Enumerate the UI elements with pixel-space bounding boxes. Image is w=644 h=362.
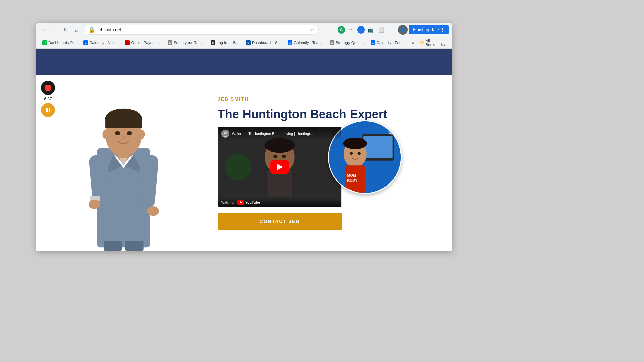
bookmark-star-icon[interactable]: ☆ [310,27,314,33]
favicon-bench: B [211,40,215,45]
pause-record-button[interactable] [41,103,55,117]
extension-blue-icon[interactable]: ↓ [357,26,365,34]
extensions-button[interactable]: ⋯ [346,25,356,35]
site-header [36,49,452,75]
browser-window: ← → ↻ ⌂ 🔒 ☆ G ⋯ ↓ 📺 ⬜ ⋮ 👤 Finish update … [36,23,452,251]
svg-point-19 [138,130,145,139]
svg-point-29 [224,132,227,134]
favicon-setup: S [168,40,172,45]
more-tools-button[interactable]: ⋮ [387,25,397,35]
svg-point-17 [127,131,132,135]
favicon-payroll: P [125,40,130,45]
favicon-supp: S [246,40,251,45]
svg-rect-32 [363,136,393,158]
person-area [36,75,211,251]
svg-point-21 [225,154,251,180]
bookmark-label-bench: Log In — Bench [217,41,240,45]
bookmark-label-calendly-team: Calendly - Team m... [294,41,324,45]
video-title: Welcome To Huntington Beach Living | Hun… [232,132,338,136]
watch-on-label: Watch on [221,201,235,204]
profile-avatar[interactable]: 👤 [398,25,408,35]
nav-buttons: ← → ↻ ⌂ [40,25,81,35]
youtube-icon [237,200,244,205]
bookmark-item-dashboard-supp[interactable]: S Dashboard – Supp... [243,40,284,46]
bookmark-item-setup[interactable]: S Setup your Real Es... [165,40,207,46]
svg-point-27 [282,155,286,158]
finish-update-chevron-icon: ⋮ [440,27,445,32]
video-play-button[interactable] [270,160,289,174]
svg-point-18 [102,130,109,139]
finish-update-label: Finish update [413,27,439,32]
reload-button[interactable]: ↻ [61,25,70,35]
bookmark-label-strategy: Strategy Question... [336,41,365,45]
favicon-calendly-founder: C [371,40,375,45]
youtube-logo: YouTube [237,200,260,205]
back-button[interactable]: ← [40,25,49,35]
video-top-bar: Welcome To Huntington Beach Living | Hun… [218,127,341,140]
bookmarks-overflow-button[interactable]: » [410,40,416,46]
svg-text:RUOY: RUOY [347,178,357,182]
url-input[interactable] [98,27,307,32]
bookmark-label-setup: Setup your Real Es... [174,41,205,45]
youtube-play-icon [240,201,242,204]
extension-grammarly-icon[interactable]: G [338,26,345,34]
bookmarks-folder-label: All Bookmarks [426,39,446,47]
bookmark-label-payroll: Online Payroll Serv... [131,41,162,45]
folder-icon: 📁 [420,40,424,45]
screen-capture-button[interactable]: ⬜ [377,25,386,35]
favicon-strategy: S [330,40,334,45]
svg-point-39 [357,152,361,155]
svg-rect-14 [125,241,143,251]
finish-update-button[interactable]: Finish update ⋮ [409,25,449,34]
bookmarks-folder-button[interactable]: 📁 All Bookmarks [417,38,449,47]
bookmarks-bar: P Dashboard / Pand... C Calendly - Norma… [36,37,452,49]
video-channel-icon [221,130,229,138]
svg-point-26 [273,155,277,158]
video-container[interactable]: Welcome To Huntington Beach Living | Hun… [218,127,342,207]
expert-title: The Huntington Beach Expert [218,107,439,121]
svg-text:MOM: MOM [347,173,356,177]
bookmark-label-supp: Dashboard – Supp... [252,41,282,45]
bookmark-label-pandadoc: Dashboard / Pand... [48,41,77,45]
favicon-pandadoc: P [42,40,47,45]
expert-name: JEB SMITH [218,96,439,102]
person-image [36,75,211,251]
bookmark-item-strategy[interactable]: S Strategy Question... [327,40,367,46]
cast-button[interactable]: 📺 [366,25,375,35]
bookmark-label-calendly1: Calendly - Norman... [89,41,119,45]
pause-icon [46,108,50,112]
recording-controls: 6:37 [41,81,55,117]
contact-button[interactable]: CONTACT JEB [218,213,342,230]
address-bar[interactable]: 🔒 ☆ [84,25,319,35]
record-timer: 6:37 [43,96,53,102]
youtube-label: YouTube [245,201,260,204]
video-bottom-bar: Watch on YouTube [218,198,341,207]
bookmark-label-calendly-founder: Calendly - Founde... [377,41,406,45]
home-button[interactable]: ⌂ [72,25,81,35]
bookmark-item-calendly-team[interactable]: C Calendly - Team m... [285,40,326,46]
toolbar-right: G ⋯ ↓ 📺 ⬜ ⋮ 👤 Finish update ⋮ [338,25,449,35]
lock-icon: 🔒 [88,26,95,33]
bookmark-item-bench[interactable]: B Log In — Bench [208,40,243,46]
stop-icon [45,85,51,90]
content-area: JEB SMITH The Huntington Beach Expert [211,75,452,251]
stop-record-button[interactable] [41,81,55,95]
bookmark-item-pandadoc[interactable]: P Dashboard / Pand... [40,40,80,46]
video-inner: Welcome To Huntington Beach Living | Hun… [218,127,341,207]
bookmark-item-payroll[interactable]: P Online Payroll Serv... [122,40,164,46]
svg-point-41 [391,128,394,131]
play-triangle-icon [277,164,283,170]
browser-toolbar: ← → ↻ ⌂ 🔒 ☆ G ⋯ ↓ 📺 ⬜ ⋮ 👤 Finish update … [36,23,452,37]
bookmark-item-calendly1[interactable]: C Calendly - Norman... [80,40,122,46]
svg-rect-24 [267,170,292,197]
forward-button[interactable]: → [50,25,60,35]
site-hero: 6:37 [36,75,452,251]
svg-point-16 [115,131,120,135]
favicon-calendly1: C [83,40,88,45]
page-content: 6:37 [36,49,452,251]
bookmark-item-calendly-founder[interactable]: C Calendly - Founde... [368,40,409,46]
svg-rect-13 [104,241,122,251]
svg-point-37 [343,138,367,149]
favicon-calendly-team: C [288,40,292,45]
svg-rect-3 [105,117,142,128]
